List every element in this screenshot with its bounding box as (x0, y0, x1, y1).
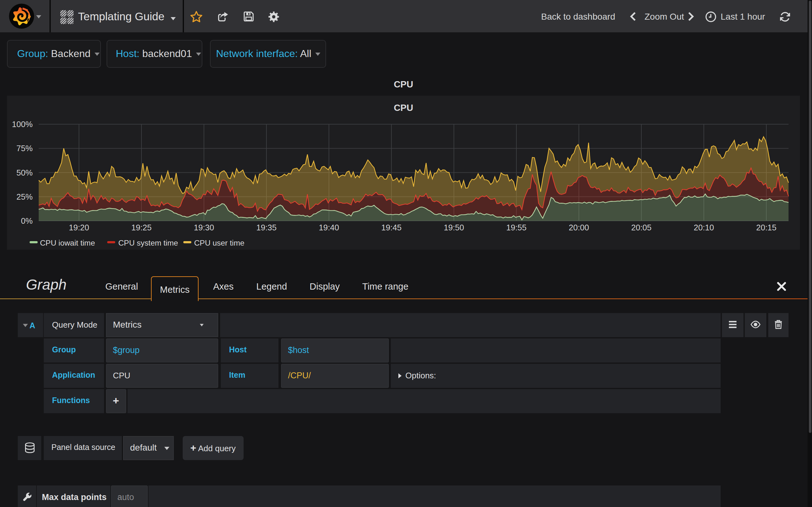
svg-text:20:05: 20:05 (631, 223, 652, 232)
svg-text:19:20: 19:20 (69, 223, 89, 232)
svg-text:20:00: 20:00 (569, 223, 589, 232)
svg-text:19:35: 19:35 (256, 223, 276, 232)
svg-text:19:40: 19:40 (319, 223, 339, 232)
svg-text:19:30: 19:30 (194, 223, 214, 232)
svg-text:20:15: 20:15 (756, 223, 776, 232)
svg-text:75%: 75% (16, 144, 33, 153)
svg-text:19:50: 19:50 (444, 223, 464, 232)
svg-text:19:55: 19:55 (506, 223, 526, 232)
svg-text:CPU user time: CPU user time (194, 238, 245, 247)
svg-text:20:10: 20:10 (694, 223, 714, 232)
svg-text:19:45: 19:45 (381, 223, 402, 232)
svg-text:CPU iowait time: CPU iowait time (40, 238, 95, 247)
svg-text:100%: 100% (12, 119, 33, 128)
svg-text:0%: 0% (21, 216, 33, 225)
svg-text:CPU system time: CPU system time (118, 238, 178, 247)
svg-text:25%: 25% (16, 192, 33, 201)
svg-text:50%: 50% (16, 168, 33, 177)
svg-text:CPU: CPU (394, 102, 413, 112)
svg-text:19:25: 19:25 (131, 223, 152, 232)
